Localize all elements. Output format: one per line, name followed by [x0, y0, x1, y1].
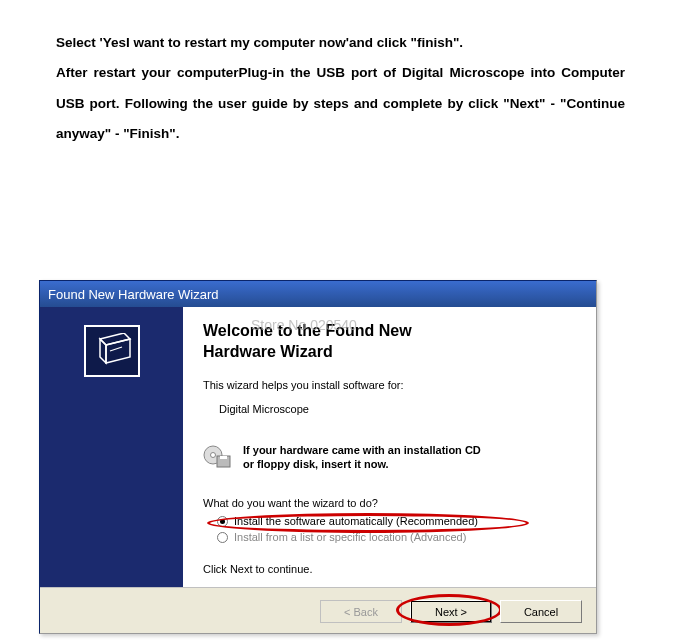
radio-icon [217, 532, 228, 543]
radio-advanced-install[interactable]: Install from a list or specific location… [217, 531, 576, 543]
instruction-line-2: After restart your computerPlug-in the U… [56, 58, 625, 149]
cancel-button[interactable]: Cancel [500, 600, 582, 623]
button-row: < Back Next > Cancel [40, 588, 596, 633]
back-button: < Back [320, 600, 402, 623]
cd-instruction-text: If your hardware came with an installati… [243, 443, 481, 472]
radio-advanced-label: Install from a list or specific location… [234, 531, 466, 543]
wizard-content: Store No.020540 Welcome to the Found New… [183, 307, 596, 587]
next-button[interactable]: Next > [410, 600, 492, 623]
device-name: Digital Microscope [219, 403, 576, 415]
hardware-box-icon [84, 325, 140, 377]
cd-floppy-icon [203, 445, 233, 469]
dialog-title-text: Found New Hardware Wizard [48, 287, 219, 302]
wizard-subtext: This wizard helps you install software f… [203, 379, 576, 391]
instruction-line-1: Select 'YesI want to restart my computer… [56, 28, 625, 58]
wizard-banner [40, 307, 183, 587]
radio-auto-label: Install the software automatically (Reco… [234, 515, 478, 527]
radio-icon [217, 516, 228, 527]
wizard-prompt: What do you want the wizard to do? [203, 497, 576, 509]
svg-marker-2 [106, 339, 130, 363]
radio-auto-install[interactable]: Install the software automatically (Reco… [217, 515, 576, 527]
found-new-hardware-wizard-dialog: Found New Hardware Wizard Store No.02054… [39, 280, 597, 634]
svg-rect-7 [220, 456, 227, 459]
cd-instruction-row: If your hardware came with an installati… [203, 443, 576, 472]
dialog-body: Store No.020540 Welcome to the Found New… [40, 307, 596, 588]
wizard-heading: Welcome to the Found New Hardware Wizard [203, 321, 576, 363]
svg-point-5 [211, 452, 216, 457]
instruction-block: Select 'YesI want to restart my computer… [0, 0, 681, 160]
svg-marker-1 [100, 339, 106, 363]
svg-line-3 [110, 347, 122, 351]
dialog-titlebar[interactable]: Found New Hardware Wizard [40, 281, 596, 307]
click-next-text: Click Next to continue. [203, 563, 576, 575]
